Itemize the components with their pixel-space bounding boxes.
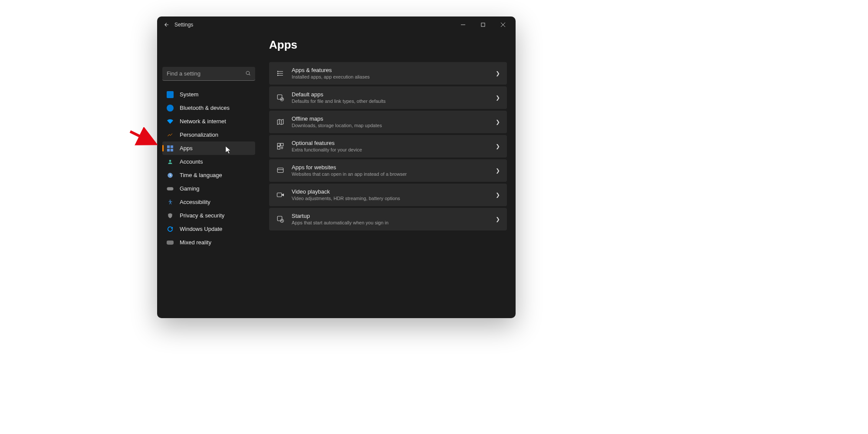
svg-line-5 bbox=[249, 74, 250, 76]
svg-rect-25 bbox=[277, 143, 280, 146]
sidebar-item-personalization[interactable]: Personalization bbox=[162, 128, 255, 141]
svg-point-20 bbox=[277, 75, 278, 76]
time-icon bbox=[167, 172, 174, 179]
sidebar-item-label: System bbox=[180, 91, 198, 98]
card-text: Apps for websites Websites that can open… bbox=[292, 164, 496, 178]
card-startup[interactable]: Startup Apps that start automatically wh… bbox=[269, 208, 507, 230]
card-subtitle: Extra functionality for your device bbox=[292, 147, 496, 153]
update-icon bbox=[167, 226, 174, 233]
card-offline-maps[interactable]: Offline maps Downloads, storage location… bbox=[269, 111, 507, 133]
sidebar-item-label: Network & internet bbox=[180, 118, 226, 125]
chevron-right-icon: ❯ bbox=[496, 119, 500, 125]
sidebar-item-label: Mixed reality bbox=[180, 239, 211, 246]
card-optional-features[interactable]: Optional features Extra functionality fo… bbox=[269, 135, 507, 158]
sidebar-item-label: Windows Update bbox=[180, 226, 222, 232]
svg-rect-8 bbox=[167, 148, 170, 151]
sidebar-item-gaming[interactable]: Gaming bbox=[162, 182, 255, 195]
card-apps-websites[interactable]: Apps for websites Websites that can open… bbox=[269, 159, 507, 182]
back-button[interactable] bbox=[160, 18, 174, 32]
sidebar-item-label: Gaming bbox=[180, 185, 200, 192]
card-title: Apps for websites bbox=[292, 164, 496, 171]
svg-rect-7 bbox=[171, 145, 173, 148]
card-title: Video playback bbox=[292, 188, 496, 195]
titlebar: Settings bbox=[157, 16, 516, 33]
svg-rect-32 bbox=[277, 193, 282, 197]
sidebar-item-network[interactable]: Network & internet bbox=[162, 115, 255, 128]
optional-features-icon bbox=[276, 142, 285, 151]
close-button[interactable] bbox=[493, 18, 513, 32]
minimize-button[interactable] bbox=[453, 18, 473, 32]
card-apps-features[interactable]: Apps & features Installed apps, app exec… bbox=[269, 62, 507, 85]
card-default-apps[interactable]: Default apps Defaults for file and link … bbox=[269, 86, 507, 109]
card-video-playback[interactable]: Video playback Video adjustments, HDR st… bbox=[269, 184, 507, 206]
card-title: Startup bbox=[292, 213, 496, 220]
svg-rect-26 bbox=[281, 143, 283, 146]
system-icon bbox=[167, 91, 174, 98]
sidebar-item-time[interactable]: Time & language bbox=[162, 168, 255, 182]
sidebar-item-accessibility[interactable]: Accessibility bbox=[162, 195, 255, 209]
sidebar-item-privacy[interactable]: Privacy & security bbox=[162, 209, 255, 222]
close-icon bbox=[501, 23, 505, 27]
network-icon bbox=[167, 118, 174, 125]
back-arrow-icon bbox=[164, 22, 170, 28]
sidebar-item-accounts[interactable]: Accounts bbox=[162, 155, 255, 168]
card-title: Apps & features bbox=[292, 67, 496, 74]
maximize-icon bbox=[481, 23, 485, 27]
sidebar-item-label: Time & language bbox=[180, 172, 222, 178]
minimize-icon bbox=[461, 23, 465, 27]
maximize-button[interactable] bbox=[473, 18, 493, 32]
apps-features-icon bbox=[276, 69, 285, 78]
chevron-right-icon: ❯ bbox=[496, 143, 500, 149]
card-subtitle: Defaults for file and link types, other … bbox=[292, 99, 496, 104]
card-text: Offline maps Downloads, storage location… bbox=[292, 115, 496, 129]
mixedreality-icon bbox=[167, 239, 174, 246]
video-playback-icon bbox=[276, 191, 285, 199]
chevron-right-icon: ❯ bbox=[496, 216, 500, 222]
card-text: Startup Apps that start automatically wh… bbox=[292, 213, 496, 226]
apps-icon bbox=[167, 145, 174, 152]
page-title: Apps bbox=[269, 38, 507, 52]
sidebar-item-system[interactable]: System bbox=[162, 88, 255, 101]
chevron-right-icon: ❯ bbox=[496, 168, 500, 174]
sidebar-item-label: Accessibility bbox=[180, 199, 210, 205]
offline-maps-icon bbox=[276, 118, 285, 126]
apps-websites-icon bbox=[276, 166, 285, 175]
card-title: Optional features bbox=[292, 140, 496, 147]
card-title: Offline maps bbox=[292, 115, 496, 122]
sidebar-item-label: Apps bbox=[180, 145, 193, 151]
startup-icon bbox=[276, 215, 285, 224]
sidebar-item-label: Accounts bbox=[180, 158, 203, 165]
svg-point-19 bbox=[277, 73, 278, 74]
main-content: Apps Apps & features Installed apps, app… bbox=[260, 33, 516, 318]
card-subtitle: Installed apps, app execution aliases bbox=[292, 74, 496, 80]
card-subtitle: Websites that can open in an app instead… bbox=[292, 171, 496, 177]
sidebar-item-bluetooth[interactable]: Bluetooth & devices bbox=[162, 101, 255, 115]
sidebar-item-apps[interactable]: Apps bbox=[162, 141, 255, 155]
svg-line-36 bbox=[282, 221, 283, 222]
svg-rect-21 bbox=[277, 95, 282, 99]
search-input[interactable] bbox=[162, 67, 255, 81]
chevron-right-icon: ❯ bbox=[496, 192, 500, 198]
svg-point-13 bbox=[170, 200, 171, 201]
accessibility-icon bbox=[167, 199, 174, 206]
chevron-right-icon: ❯ bbox=[496, 70, 500, 76]
svg-rect-14 bbox=[167, 240, 174, 244]
bluetooth-icon bbox=[167, 105, 174, 112]
svg-rect-1 bbox=[481, 23, 485, 26]
sidebar-item-update[interactable]: Windows Update bbox=[162, 222, 255, 236]
svg-line-38 bbox=[130, 132, 153, 143]
window-controls bbox=[453, 18, 513, 32]
accounts-icon bbox=[167, 158, 174, 165]
card-text: Default apps Defaults for file and link … bbox=[292, 91, 496, 105]
sidebar-item-label: Personalization bbox=[180, 132, 218, 138]
svg-point-10 bbox=[169, 160, 171, 162]
card-title: Default apps bbox=[292, 91, 496, 98]
sidebar: System Bluetooth & devices Network & int… bbox=[157, 33, 260, 318]
card-subtitle: Downloads, storage location, map updates bbox=[292, 123, 496, 128]
default-apps-icon bbox=[276, 93, 285, 102]
card-subtitle: Apps that start automatically when you s… bbox=[292, 220, 496, 226]
svg-rect-12 bbox=[167, 187, 174, 191]
search-icon bbox=[245, 70, 251, 78]
sidebar-item-mixedreality[interactable]: Mixed reality bbox=[162, 236, 255, 249]
svg-rect-30 bbox=[277, 168, 283, 173]
